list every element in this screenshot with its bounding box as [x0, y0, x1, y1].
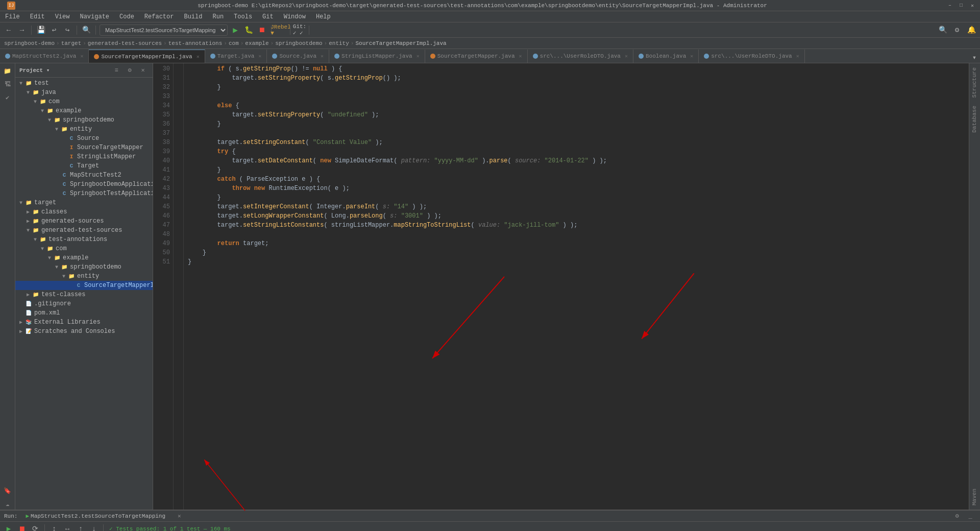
tree-springboottestapplication-class[interactable]: C SpringbootTestApplication	[15, 189, 153, 198]
tab-overflow-btn[interactable]: ▾	[969, 52, 980, 63]
aws-icon[interactable]: ☁	[2, 498, 13, 510]
tree-example-folder[interactable]: ▼ 📁 example	[15, 106, 153, 115]
toolbar-git-btn[interactable]: Git: ✓ ✓	[294, 25, 305, 36]
tree-stringlistmapper-interface[interactable]: I StringListMapper	[15, 152, 153, 161]
tab-close-target[interactable]: ✕	[258, 53, 261, 59]
close-button[interactable]: ✕	[969, 2, 976, 9]
toolbar-run-btn[interactable]: ▶	[230, 25, 241, 36]
toolbar-search-btn[interactable]: 🔍	[81, 25, 92, 36]
bookmark-icon[interactable]: 🔖	[2, 485, 13, 496]
menu-code[interactable]: Code	[114, 11, 139, 22]
run-stop-btn[interactable]: ⏹	[16, 523, 28, 532]
breadcrumb-entity[interactable]: entity	[329, 40, 349, 46]
menu-window[interactable]: Window	[279, 11, 311, 22]
tab-close-source[interactable]: ✕	[321, 53, 324, 59]
tab-userroledto1[interactable]: src\...\UserRoleDTO.java ✕	[528, 50, 633, 63]
project-close-btn[interactable]: ✕	[137, 65, 149, 76]
toolbar-debug-btn[interactable]: 🐛	[243, 25, 254, 36]
toolbar-notifications-btn[interactable]: 🔔	[966, 25, 977, 36]
tree-generated-sources-folder[interactable]: ▶ 📁 generated-sources	[15, 216, 153, 226]
tree-target-folder[interactable]: ▼ 📁 target	[15, 198, 153, 207]
run-sort-btn[interactable]: ↕	[48, 523, 60, 532]
run-next-btn[interactable]: ↓	[88, 523, 100, 532]
menu-refactor[interactable]: Refactor	[139, 11, 179, 22]
breadcrumb-springbootdemo[interactable]: springbootdemo	[275, 40, 322, 46]
tree-mapstructtest2-class[interactable]: C MapStructTest2	[15, 171, 153, 180]
run-config-dropdown[interactable]: MapStructTest2.testSourceToTargetMapping	[100, 25, 228, 36]
window-controls[interactable]: – □ ✕	[946, 2, 976, 9]
toolbar-settings-btn[interactable]: ⚙	[951, 25, 963, 36]
toolbar-back-btn[interactable]: ←	[3, 25, 14, 36]
tab-close-userroledto1[interactable]: ✕	[625, 53, 628, 59]
tree-com-folder[interactable]: ▼ 📁 com	[15, 97, 153, 106]
run-bar-mapstructtest2-btn[interactable]: ▶ MapStructTest2.testSourceToTargetMappi…	[21, 512, 169, 521]
tree-external-libraries[interactable]: ▶ 📚 External Libraries	[15, 318, 153, 327]
code-editor[interactable]: 30 31 32 33 34 35 36 37 38 39 40 41 42 4…	[153, 63, 969, 510]
toolbar-undo-btn[interactable]: ↩	[48, 25, 60, 36]
breadcrumb-com[interactable]: com	[229, 40, 239, 46]
breadcrumb-file[interactable]: SourceTargetMapperImpl.java	[355, 40, 446, 46]
run-play-btn[interactable]: ▶	[3, 523, 14, 532]
toolbar-stop-btn[interactable]: ⏹	[256, 25, 267, 36]
tab-close-sourcetargetmapper[interactable]: ✕	[519, 53, 522, 59]
menu-edit[interactable]: Edit	[25, 11, 50, 22]
tab-boolean[interactable]: Boolean.java ✕	[633, 50, 699, 63]
maven-panel-label[interactable]: Maven	[969, 485, 980, 510]
tab-mapstructtest2[interactable]: MapStructTest2.java ✕	[0, 50, 89, 63]
tree-test-classes-folder[interactable]: ▶ 📁 test-classes	[15, 290, 153, 299]
run-bar-collapse-btn[interactable]: _	[965, 511, 976, 522]
tab-close-boolean[interactable]: ✕	[690, 53, 693, 59]
run-prev-btn[interactable]: ↑	[75, 523, 86, 532]
code-content[interactable]: if ( s.getStringProp() != null ) { targe…	[184, 63, 969, 510]
menu-help[interactable]: Help	[311, 11, 336, 22]
toolbar-forward-btn[interactable]: →	[16, 25, 28, 36]
tree-springbootdemoapplication-class[interactable]: C SpringbootDemoApplication	[15, 180, 153, 189]
tree-sourcetargetmapperimpl-class[interactable]: C SourceTargetMapperImpl	[15, 281, 153, 290]
tab-sourcetargetmapperimpl[interactable]: SourceTargetMapperImpl.java ✕	[89, 50, 205, 63]
tree-example2-folder[interactable]: ▼ 📁 example	[15, 253, 153, 262]
tree-target-class[interactable]: C Target	[15, 161, 153, 171]
tree-springbootdemo-folder[interactable]: ▼ 📁 springbootdemo	[15, 115, 153, 125]
breadcrumb-example[interactable]: example	[245, 40, 268, 46]
breadcrumb-target[interactable]: target	[61, 40, 82, 46]
tree-classes-folder[interactable]: ▶ 📁 classes	[15, 207, 153, 216]
tree-source-class[interactable]: C Source	[15, 134, 153, 143]
breadcrumb-test-annotations[interactable]: test-annotations	[168, 40, 223, 46]
toolbar-save-btn[interactable]: 💾	[35, 25, 46, 36]
tree-scratches-and-consoles[interactable]: ▶ 📝 Scratches and Consoles	[15, 327, 153, 336]
tab-stringlistmapper[interactable]: StringListMapper.java ✕	[329, 50, 425, 63]
run-bar-close-btn[interactable]: ✕	[174, 512, 185, 521]
structure-icon[interactable]: 🏗	[2, 79, 13, 90]
tab-close-sourcetargetmapperimpl[interactable]: ✕	[197, 54, 200, 60]
commit-icon[interactable]: ✔	[2, 92, 13, 103]
tree-java-folder[interactable]: ▼ 📁 java	[15, 88, 153, 97]
tree-generated-test-sources-folder[interactable]: ▼ 📁 generated-test-sources	[15, 226, 153, 235]
tab-close-userroledto2[interactable]: ✕	[796, 53, 799, 59]
tree-com2-folder[interactable]: ▼ 📁 com	[15, 244, 153, 253]
project-collapse-btn[interactable]: ≡	[111, 65, 122, 76]
menu-build[interactable]: Build	[179, 11, 207, 22]
menu-tools[interactable]: Tools	[229, 11, 257, 22]
tab-source[interactable]: Source.java ✕	[267, 50, 329, 63]
tab-close-mapstructtest2[interactable]: ✕	[80, 53, 83, 59]
toolbar-redo-btn[interactable]: ↪	[62, 25, 73, 36]
tree-entity2-folder[interactable]: ▼ 📁 entity	[15, 272, 153, 281]
tree-pom-file[interactable]: 📄 pom.xml	[15, 308, 153, 318]
breadcrumb-springboot-demo[interactable]: springboot-demo	[4, 40, 55, 46]
menu-file[interactable]: File	[0, 11, 25, 22]
menu-run[interactable]: Run	[207, 11, 229, 22]
tree-test-folder[interactable]: ▼ 📁 test	[15, 79, 153, 88]
menu-navigate[interactable]: Navigate	[75, 11, 114, 22]
run-rerun-btn[interactable]: ⟳	[30, 523, 41, 532]
tab-close-stringlistmapper[interactable]: ✕	[416, 53, 420, 59]
tab-sourcetargetmapper[interactable]: SourceTargetMapper.java ✕	[425, 50, 528, 63]
tab-userroledto2[interactable]: src\...\UserRoleDTO.java ✕	[699, 50, 804, 63]
tree-test-annotations-folder[interactable]: ▼ 📁 test-annotations	[15, 235, 153, 244]
minimize-button[interactable]: –	[946, 2, 953, 9]
tree-gitignore-file[interactable]: 📄 .gitignore	[15, 299, 153, 308]
run-bar-settings-btn[interactable]: ⚙	[951, 511, 963, 522]
menu-git[interactable]: Git	[257, 11, 279, 22]
menu-view[interactable]: View	[50, 11, 75, 22]
tree-sourcetargetmapper-interface[interactable]: I SourceTargetMapper	[15, 143, 153, 152]
toolbar-search-everywhere[interactable]: 🔍	[937, 25, 948, 36]
